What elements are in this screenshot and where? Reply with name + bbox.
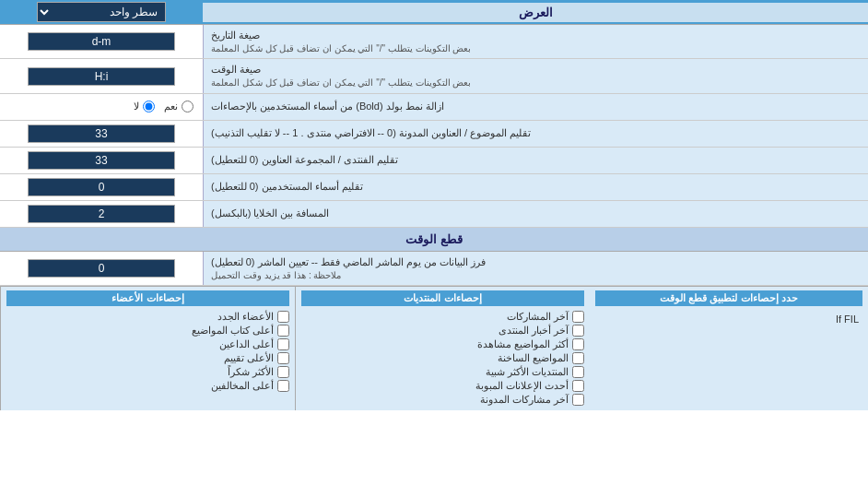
top-header-row: العرض سطر واحد سطران ثلاثة أسطر	[0, 0, 868, 25]
input-realtime-wrap	[0, 255, 203, 281]
cb-item-left-0: الأعضاء الجدد	[6, 310, 289, 324]
label-bold-remove: ازالة نمط بولد (Bold) من أسماء المستخدمي…	[203, 94, 868, 120]
row-forum-group: تقليم الفنتدى / المجموعة العناوين (0 للت…	[0, 148, 868, 174]
input-username-trim-wrap	[0, 174, 203, 200]
cb-left-2[interactable]	[277, 338, 289, 350]
cb-item-left-5: أعلى المخالفين	[6, 379, 289, 393]
cb-left-5[interactable]	[277, 380, 289, 392]
display-select[interactable]: سطر واحد سطران ثلاثة أسطر	[37, 2, 166, 22]
row-username-trim: تقليم أسماء المستخدمين (0 للتعطيل)	[0, 174, 868, 201]
cb-label-middle-0: آخر المشاركات	[507, 311, 569, 323]
bottom-right-content: If FIL	[595, 310, 862, 328]
cb-middle-1[interactable]	[572, 325, 584, 337]
cb-label-left-3: الأعلى تقييم	[224, 352, 274, 364]
row-realtime: فرز البيانات من يوم الماشر الماضي فقط --…	[0, 252, 868, 286]
row-time-format: صيغة الوقت بعض التكوينات يتطلب "/" التي …	[0, 59, 868, 93]
radio-yes[interactable]	[182, 101, 194, 112]
realtime-input[interactable]	[28, 259, 175, 278]
cb-label-left-0: الأعضاء الجدد	[217, 311, 274, 323]
label-username-trim: تقليم أسماء المستخدمين (0 للتعطيل)	[203, 174, 868, 200]
cb-label-left-2: أعلى الداعين	[219, 338, 274, 350]
cb-item-middle-4: المنتديات الأكثر شبية	[301, 365, 584, 379]
cb-left-3[interactable]	[277, 352, 289, 364]
cb-label-middle-6: آخر مشاركات المدونة	[480, 394, 569, 406]
cb-label-left-4: الأكثر شكراً	[228, 366, 274, 378]
page-wrapper: العرض سطر واحد سطران ثلاثة أسطر صيغة الت…	[0, 0, 868, 410]
dropdown-wrap[interactable]: سطر واحد سطران ثلاثة أسطر	[0, 0, 203, 24]
bottom-middle: إحصاءات المنتديات آخر المشاركات آخر أخبا…	[295, 287, 590, 410]
cb-item-left-1: أعلى كتاب المواضيع	[6, 324, 289, 337]
cb-item-middle-0: آخر المشاركات	[301, 310, 584, 324]
cb-item-middle-2: أكثر المواضيع مشاهدة	[301, 337, 584, 351]
cb-item-left-2: أعلى الداعين	[6, 337, 289, 351]
cb-label-middle-1: آخر أخبار المنتدى	[499, 325, 569, 337]
label-time-format: صيغة الوقت بعض التكوينات يتطلب "/" التي …	[203, 59, 868, 92]
bottom-middle-header: إحصاءات المنتديات	[301, 290, 584, 306]
radio-no[interactable]	[143, 101, 155, 112]
cb-label-middle-3: المواضيع الساخنة	[498, 352, 569, 364]
bottom-right: حدد إحصاءات لتطبيق قطع الوقت If FIL	[590, 287, 868, 410]
input-cell-distance-wrap	[0, 201, 203, 227]
forum-group-input[interactable]	[28, 151, 175, 170]
cb-middle-3[interactable]	[572, 352, 584, 364]
username-trim-input[interactable]	[28, 178, 175, 196]
section-title-realtime: قطع الوقت	[0, 228, 868, 252]
cb-label-left-1: أعلى كتاب المواضيع	[192, 325, 274, 337]
cb-left-0[interactable]	[277, 311, 289, 323]
bottom-section: حدد إحصاءات لتطبيق قطع الوقت If FIL إحصا…	[0, 286, 868, 410]
radio-no-label[interactable]: لا	[134, 101, 155, 112]
cb-middle-6[interactable]	[572, 394, 584, 406]
subject-address-input[interactable]	[28, 124, 175, 143]
input-subject-wrap	[0, 121, 203, 147]
label-subject-address: تقليم الموضوع / العناوين المدونة (0 -- ا…	[203, 121, 868, 147]
cb-label-middle-4: المنتديات الأكثر شبية	[486, 366, 569, 378]
time-format-input[interactable]	[28, 67, 175, 86]
row-date-format: صيغة التاريخ بعض التكوينات يتطلب "/" الت…	[0, 25, 868, 59]
cb-item-middle-6: آخر مشاركات المدونة	[301, 393, 584, 407]
label-forum-group: تقليم الفنتدى / المجموعة العناوين (0 للت…	[203, 148, 868, 173]
label-date-format: صيغة التاريخ بعض التكوينات يتطلب "/" الت…	[203, 25, 868, 58]
cb-label-middle-5: أحدث الإعلانات المبوبة	[475, 380, 569, 392]
label-cell-distance: المسافة بين الخلايا (بالبكسل)	[203, 201, 868, 227]
cb-left-4[interactable]	[277, 366, 289, 378]
bottom-right-header: حدد إحصاءات لتطبيق قطع الوقت	[595, 290, 862, 306]
cb-middle-0[interactable]	[572, 311, 584, 323]
cb-left-1[interactable]	[277, 325, 289, 337]
row-bold-remove: ازالة نمط بولد (Bold) من أسماء المستخدمي…	[0, 94, 868, 121]
cb-item-middle-3: المواضيع الساخنة	[301, 351, 584, 365]
cb-item-left-4: الأكثر شكراً	[6, 365, 289, 379]
cb-item-middle-1: آخر أخبار المنتدى	[301, 324, 584, 337]
cb-middle-2[interactable]	[572, 338, 584, 350]
input-time-format-wrap	[0, 64, 203, 89]
cb-label-middle-2: أكثر المواضيع مشاهدة	[477, 338, 569, 350]
date-format-input[interactable]	[28, 32, 175, 51]
input-date-format-wrap	[0, 29, 203, 54]
bottom-left: إحصاءات الأعضاء الأعضاء الجدد أعلى كتاب …	[0, 287, 295, 410]
row-cell-distance: المسافة بين الخلايا (بالبكسل)	[0, 201, 868, 228]
row-subject-address: تقليم الموضوع / العناوين المدونة (0 -- ا…	[0, 121, 868, 148]
cb-middle-4[interactable]	[572, 366, 584, 378]
cb-item-middle-5: أحدث الإعلانات المبوبة	[301, 379, 584, 393]
section-label: العرض	[203, 3, 868, 22]
cb-middle-5[interactable]	[572, 380, 584, 392]
input-forum-group-wrap	[0, 148, 203, 173]
radio-yes-label[interactable]: نعم	[164, 101, 194, 112]
cb-label-left-5: أعلى المخالفين	[211, 380, 274, 392]
bottom-left-header: إحصاءات الأعضاء	[6, 290, 289, 306]
label-realtime: فرز البيانات من يوم الماشر الماضي فقط --…	[203, 252, 868, 285]
radio-bold-wrap: نعم لا	[0, 99, 203, 114]
cell-distance-input[interactable]	[28, 205, 175, 223]
cb-item-left-3: الأعلى تقييم	[6, 351, 289, 365]
